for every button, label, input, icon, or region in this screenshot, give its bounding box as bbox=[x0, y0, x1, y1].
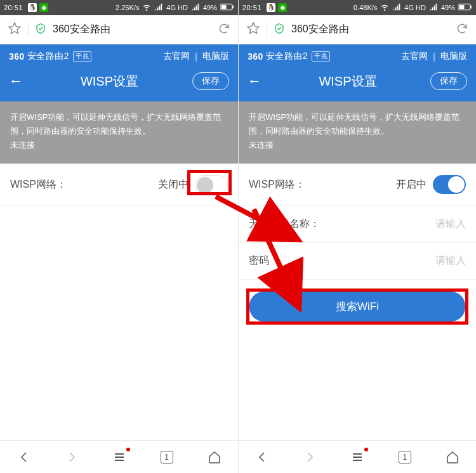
ssid-label: 无线网络名称： bbox=[249, 217, 320, 231]
help-description: 开启WISP功能，可以延伸无线信号，扩大无线网络覆盖范围，同时路由器的安全功能保… bbox=[0, 101, 238, 164]
save-button[interactable]: 保存 bbox=[430, 72, 467, 90]
page-banner: 360 安全路由2 千兆 去官网 | 电脑版 ← WISP设置 保存 bbox=[239, 44, 476, 101]
app-icon: ◉ bbox=[278, 3, 287, 12]
status-time: 20:51 bbox=[4, 4, 23, 11]
refresh-icon[interactable] bbox=[456, 22, 468, 37]
link-desktop[interactable]: 电脑版 bbox=[440, 51, 467, 62]
signal-icon bbox=[392, 3, 401, 13]
status-time: 20:51 bbox=[242, 4, 261, 11]
brand-logo: 360 安全路由2 千兆 bbox=[248, 51, 330, 62]
nav-menu[interactable] bbox=[111, 449, 128, 465]
star-icon[interactable] bbox=[8, 22, 22, 38]
status-bar: 20:51 🐧 ◉ 2.25K/s 4G HD 49% bbox=[0, 0, 238, 15]
ssid-row[interactable]: 无线网络名称： 请输入 bbox=[239, 206, 476, 243]
net-type: 4G HD bbox=[166, 4, 188, 11]
battery-icon bbox=[220, 3, 234, 12]
nav-back[interactable] bbox=[254, 449, 270, 465]
notification-dot-icon bbox=[126, 448, 130, 451]
notification-dot-icon bbox=[364, 448, 368, 451]
wisp-toggle-row: WISP网络： 开启中 bbox=[239, 164, 476, 206]
wifi-icon bbox=[142, 3, 151, 13]
refresh-icon[interactable] bbox=[218, 22, 230, 37]
svg-rect-2 bbox=[221, 5, 227, 9]
wisp-toggle-row: WISP网络： 关闭中 bbox=[0, 164, 238, 206]
page-title: WISP设置 bbox=[270, 73, 425, 90]
shield-icon bbox=[274, 23, 285, 37]
wisp-label: WISP网络： bbox=[249, 178, 305, 191]
battery-icon bbox=[458, 3, 472, 12]
nav-home[interactable] bbox=[444, 449, 461, 465]
save-button[interactable]: 保存 bbox=[192, 72, 229, 90]
nav-tabs[interactable]: 1 bbox=[397, 449, 413, 465]
signal-icon-2 bbox=[429, 3, 438, 13]
nav-forward[interactable] bbox=[63, 449, 80, 465]
browser-title[interactable]: 360安全路由 bbox=[53, 23, 211, 36]
wifi-icon bbox=[380, 3, 389, 13]
back-button[interactable]: ← bbox=[248, 73, 265, 89]
password-row[interactable]: 密码 请输入 bbox=[239, 243, 476, 280]
link-official-site[interactable]: 去官网 bbox=[163, 51, 190, 62]
wisp-toggle[interactable] bbox=[433, 175, 466, 194]
wisp-status-on: 开启中 bbox=[396, 178, 426, 191]
brand-logo: 360 安全路由2 千兆 bbox=[9, 51, 91, 62]
password-label: 密码 bbox=[249, 254, 269, 268]
ssid-placeholder: 请输入 bbox=[435, 217, 466, 231]
browser-bar: 360安全路由 bbox=[239, 15, 476, 44]
vertical-separator bbox=[267, 23, 267, 37]
signal-icon-2 bbox=[191, 3, 200, 13]
battery-pct: 49% bbox=[441, 4, 455, 11]
bottom-nav: 1 bbox=[239, 440, 476, 473]
nav-forward[interactable] bbox=[301, 449, 318, 465]
nav-tabs[interactable]: 1 bbox=[159, 449, 175, 465]
browser-bar: 360安全路由 bbox=[0, 15, 238, 44]
bottom-nav: 1 bbox=[0, 440, 238, 473]
star-icon[interactable] bbox=[246, 22, 260, 38]
status-bar: 20:51 🐧 ◉ 0.48K/s 4G HD 49% bbox=[239, 0, 476, 15]
nav-home[interactable] bbox=[206, 449, 223, 465]
app-icon: ◉ bbox=[39, 3, 48, 12]
svg-rect-4 bbox=[470, 6, 472, 9]
link-official-site[interactable]: 去官网 bbox=[401, 51, 428, 62]
wisp-toggle[interactable] bbox=[195, 175, 228, 194]
signal-icon bbox=[154, 3, 163, 13]
back-button[interactable]: ← bbox=[9, 73, 27, 89]
nav-back[interactable] bbox=[16, 449, 32, 465]
link-desktop[interactable]: 电脑版 bbox=[202, 51, 229, 62]
page-title: WISP设置 bbox=[32, 73, 187, 90]
net-speed: 0.48K/s bbox=[354, 4, 377, 11]
battery-pct: 49% bbox=[203, 4, 217, 11]
browser-title[interactable]: 360安全路由 bbox=[291, 23, 449, 36]
highlight-box: 搜索WiFi bbox=[246, 288, 468, 325]
wisp-status-off: 关闭中 bbox=[158, 178, 188, 191]
search-wifi-button[interactable]: 搜索WiFi bbox=[249, 292, 465, 321]
shield-icon bbox=[35, 23, 46, 37]
svg-rect-5 bbox=[459, 5, 465, 9]
net-speed: 2.25K/s bbox=[116, 4, 139, 11]
svg-rect-1 bbox=[232, 6, 234, 9]
page-banner: 360 安全路由2 千兆 去官网 | 电脑版 ← WISP设置 保存 bbox=[0, 44, 238, 101]
wisp-label: WISP网络： bbox=[10, 178, 67, 191]
net-type: 4G HD bbox=[404, 4, 426, 11]
nav-menu[interactable] bbox=[349, 449, 366, 465]
password-placeholder: 请输入 bbox=[435, 254, 466, 268]
vertical-separator bbox=[28, 23, 29, 37]
qq-icon: 🐧 bbox=[267, 3, 275, 12]
qq-icon: 🐧 bbox=[28, 3, 37, 12]
help-description: 开启WISP功能，可以延伸无线信号，扩大无线网络覆盖范围，同时路由器的安全功能保… bbox=[239, 101, 476, 164]
